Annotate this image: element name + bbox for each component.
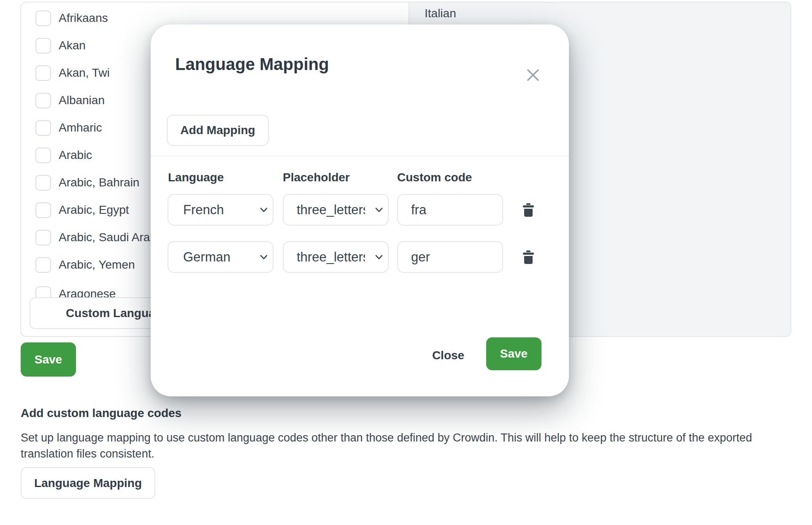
close-icon[interactable] (525, 67, 541, 83)
add-mapping-button[interactable]: Add Mapping (167, 115, 269, 146)
placeholder-select[interactable]: three_letters_code (283, 194, 389, 226)
modal-close-button[interactable]: Close (425, 345, 471, 366)
placeholder-select-value: three_letters_code (297, 250, 365, 265)
language-label: Arabic, Saudi Arabia (59, 231, 166, 244)
language-checkbox[interactable] (35, 202, 51, 218)
column-header-custom-code: Custom code (397, 171, 472, 184)
chevron-down-icon (260, 255, 268, 260)
delete-mapping-trash-icon[interactable] (522, 250, 535, 264)
column-header-language: Language (168, 171, 224, 184)
language-select[interactable]: German (168, 241, 273, 273)
description-line: Set up language mapping to use custom la… (21, 430, 772, 446)
language-label: Arabic (59, 148, 92, 162)
language-checkbox[interactable] (35, 148, 51, 163)
language-label: Albanian (59, 94, 105, 107)
mapping-row: Frenchthree_letters_codefra (151, 194, 569, 226)
language-label: Arabic, Yemen (59, 258, 135, 272)
custom-code-input[interactable]: fra (397, 194, 503, 226)
custom-code-input[interactable]: ger (397, 241, 503, 273)
description-line: translation files consistent. (21, 446, 772, 462)
language-checkbox[interactable] (35, 65, 51, 81)
chevron-down-icon (375, 255, 383, 260)
save-button[interactable]: Save (21, 342, 76, 377)
modal-save-button[interactable]: Save (486, 337, 541, 370)
chevron-down-icon (375, 207, 383, 213)
language-checkbox[interactable] (35, 175, 51, 191)
language-mapping-button[interactable]: Language Mapping (21, 467, 155, 499)
placeholder-select-value: three_letters_code (297, 202, 365, 218)
placeholder-select[interactable]: three_letters_code (283, 241, 389, 273)
language-mapping-modal: Language Mapping Add Mapping Language Pl… (151, 24, 569, 396)
language-label: Arabic, Egypt (59, 203, 129, 217)
delete-mapping-trash-icon[interactable] (522, 203, 535, 217)
custom-code-value: fra (411, 202, 426, 218)
language-checkbox[interactable] (35, 93, 51, 108)
column-header-placeholder: Placeholder (283, 171, 350, 184)
language-label: Arabic, Bahrain (59, 176, 139, 189)
custom-code-value: ger (411, 250, 430, 265)
language-label: Akan (59, 39, 86, 52)
language-checkbox[interactable] (35, 38, 51, 54)
modal-divider (151, 156, 569, 156)
language-checkbox[interactable] (35, 257, 51, 273)
target-language-item: Italian (425, 7, 456, 20)
language-select[interactable]: French (168, 194, 273, 226)
modal-title: Language Mapping (175, 55, 329, 74)
language-select-value: French (183, 202, 224, 218)
section-heading: Add custom language codes (21, 407, 181, 420)
language-label: Afrikaans (59, 11, 108, 25)
language-checkbox[interactable] (35, 11, 51, 26)
language-label: Akan, Twi (59, 66, 110, 80)
language-checkbox[interactable] (35, 120, 51, 136)
language-checkbox[interactable] (35, 230, 51, 245)
mapping-row: Germanthree_letters_codeger (151, 241, 569, 273)
language-select-value: German (183, 250, 230, 265)
chevron-down-icon (260, 207, 268, 213)
section-description: Set up language mapping to use custom la… (21, 430, 772, 462)
language-label: Amharic (59, 121, 102, 135)
